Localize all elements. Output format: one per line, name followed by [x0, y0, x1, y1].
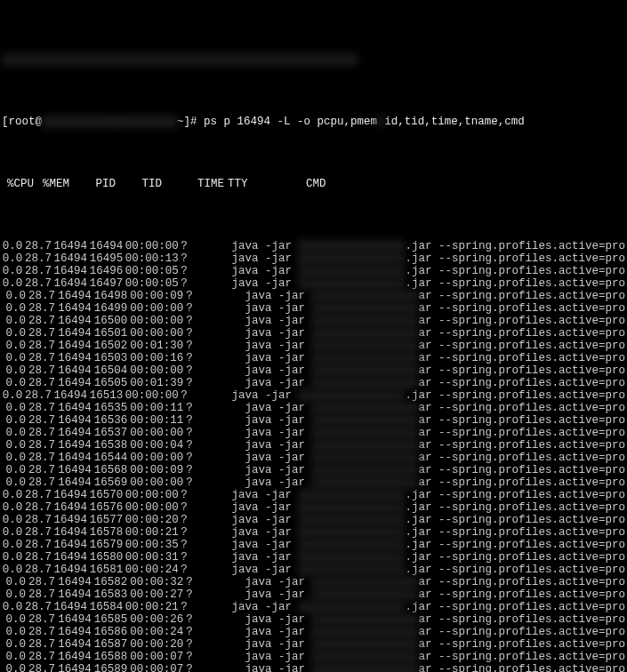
cell-tid: 16500: [94, 315, 128, 327]
cell-tty: ?: [181, 601, 199, 613]
cell-pid: 16494: [58, 315, 92, 327]
cell-tid: 16505: [94, 377, 128, 389]
cell-cpu: 0.0: [2, 414, 26, 427]
cell-cmd-left: java -jar: [245, 327, 311, 340]
cell-tty: ?: [181, 514, 199, 526]
cell-mem: 28.7: [28, 626, 55, 638]
cell-pid: 16494: [58, 576, 92, 588]
cell-pid: 16494: [54, 489, 88, 501]
col-mem: %MEM: [37, 178, 69, 190]
cell-cmd-jar: ar: [418, 439, 438, 452]
cell-tid: 16496: [90, 265, 124, 277]
cell-cmd-redacted: xxxxxxxxxxxxxxx: [311, 476, 418, 489]
cell-cmd-jar: .jar: [405, 265, 438, 277]
cell-cmd-redacted: xxxxxxxxxxxxxxx: [311, 364, 418, 377]
cell-tid: 16586: [94, 626, 128, 638]
cell-pid: 16494: [54, 389, 88, 402]
table-row: 0.028.7164941649800:00:09?java -jar xxxx…: [2, 290, 625, 302]
cell-time: 00:00:00: [125, 489, 179, 501]
cell-cmd-redacted: xxxxxxxxxxxxxxx: [311, 315, 418, 327]
cell-mem: 28.7: [25, 539, 52, 551]
cell-pid: 16494: [58, 464, 92, 476]
cell-mem: 28.7: [28, 427, 55, 439]
cell-pid: 16494: [58, 290, 92, 302]
cell-mem: 28.7: [28, 663, 55, 672]
cell-pid: 16494: [58, 439, 92, 452]
cell-pid: 16494: [58, 352, 92, 364]
cell-cmd-flag: --spring.profiles.active=pro: [438, 402, 625, 414]
cell-cmd-flag: --spring.profiles.active=pro: [438, 439, 625, 452]
cell-time: 00:00:21: [125, 526, 179, 539]
cell-cmd-left: java -jar: [245, 352, 311, 364]
cell-tty: ?: [186, 439, 207, 452]
cell-cmd-redacted: xxxxxxxxxxxxxxx: [311, 464, 418, 476]
cell-cpu: 0.0: [2, 489, 22, 501]
cell-cmd-redacted: xxxxxxxxxxxxxxx: [298, 265, 405, 277]
cell-cmd-jar: .jar: [405, 252, 438, 265]
cell-mem: 28.7: [28, 340, 55, 352]
prompt-root-open: [root@: [2, 116, 42, 128]
cell-pid: 16494: [58, 452, 92, 464]
table-row: 0.028.7164941650300:00:16?java -jar xxxx…: [2, 352, 625, 364]
cell-mem: 28.7: [28, 327, 55, 340]
cell-cpu: 0.0: [2, 464, 26, 476]
cell-tid: 16537: [94, 427, 128, 439]
cell-cmd-left: java -jar: [245, 476, 311, 489]
cell-cmd-flag: --spring.profiles.active=pro: [438, 663, 625, 672]
cell-cpu: 0.0: [2, 539, 22, 551]
terminal-output[interactable]: xxxxxxxxxxxxxxxxxxxxxxxxxxxxxxxxxxxxxxxx…: [0, 0, 627, 672]
cell-tid: 16577: [90, 514, 124, 526]
cell-cmd-redacted: xxxxxxxxxxxxxxx: [298, 240, 405, 252]
cell-cmd-redacted: xxxxxxxxxxxxxxx: [311, 439, 418, 452]
cell-time: 00:00:00: [130, 327, 183, 340]
cell-time: 00:00:20: [130, 638, 183, 651]
cell-tty: ?: [186, 613, 207, 626]
cell-tty: ?: [186, 476, 207, 489]
cell-cpu: 0.0: [2, 663, 26, 672]
cell-cmd-flag: --spring.profiles.active=pro: [438, 340, 625, 352]
table-row: 0.028.7164941654400:00:00?java -jar xxxx…: [2, 452, 625, 464]
table-row: 0.028.7164941650500:01:39?java -jar xxxx…: [2, 377, 625, 389]
cell-cmd-left: java -jar: [245, 402, 311, 414]
cell-cmd-jar: ar: [418, 414, 438, 427]
redacted-top-line: xxxxxxxxxxxxxxxxxxxxxxxxxxxxxxxxxxxxxxxx…: [2, 53, 625, 66]
cell-cpu: 0.0: [2, 389, 22, 402]
cell-cmd-redacted: xxxxxxxxxxxxxxx: [311, 302, 418, 315]
cell-cmd-jar: .jar: [405, 514, 438, 526]
cell-mem: 28.7: [25, 564, 52, 576]
cell-tid: 16568: [94, 464, 128, 476]
table-row: 0.028.7164941657000:00:00?java -jar xxxx…: [2, 489, 625, 501]
cell-mem: 28.7: [25, 277, 52, 290]
cell-tid: 16536: [94, 414, 128, 427]
cell-cmd-left: java -jar: [245, 377, 311, 389]
cell-cmd-flag: --spring.profiles.active=pro: [438, 464, 625, 476]
cell-tty: ?: [186, 452, 207, 464]
cell-mem: 28.7: [28, 315, 55, 327]
cell-mem: 28.7: [25, 526, 52, 539]
table-row: 0.028.7164941658900:00:07?java -jar xxxx…: [2, 663, 625, 672]
cell-cmd-flag: --spring.profiles.active=pro: [438, 389, 625, 402]
cell-cmd-redacted: xxxxxxxxxxxxxxx: [311, 402, 418, 414]
cell-cmd-flag: --spring.profiles.active=pro: [438, 302, 625, 315]
cell-mem: 28.7: [25, 601, 52, 613]
cell-cmd-flag: --spring.profiles.active=pro: [438, 539, 625, 551]
cell-mem: 28.7: [25, 252, 52, 265]
cell-tty: ?: [186, 364, 207, 377]
cell-cpu: 0.0: [2, 364, 26, 377]
cell-cmd-left: java -jar: [231, 601, 298, 613]
cell-cmd-redacted: xxxxxxxxxxxxxxx: [298, 539, 405, 551]
cell-cmd-redacted: xxxxxxxxxxxxxxx: [298, 514, 405, 526]
cell-mem: 28.7: [28, 414, 55, 427]
cell-tid: 16578: [90, 526, 124, 539]
cell-cpu: 0.0: [2, 551, 22, 564]
cell-time: 00:01:30: [130, 340, 183, 352]
cell-cpu: 0.0: [2, 576, 26, 588]
table-row: 0.028.7164941653600:00:11?java -jar xxxx…: [2, 414, 625, 427]
cell-tty: ?: [181, 240, 199, 252]
cell-cmd-redacted: xxxxxxxxxxxxxxx: [298, 277, 405, 290]
cell-pid: 16494: [58, 427, 92, 439]
cell-cmd-flag: --spring.profiles.active=pro: [438, 427, 625, 439]
cell-cpu: 0.0: [2, 327, 26, 340]
cell-tty: ?: [186, 414, 207, 427]
cell-tid: 16538: [94, 439, 128, 452]
